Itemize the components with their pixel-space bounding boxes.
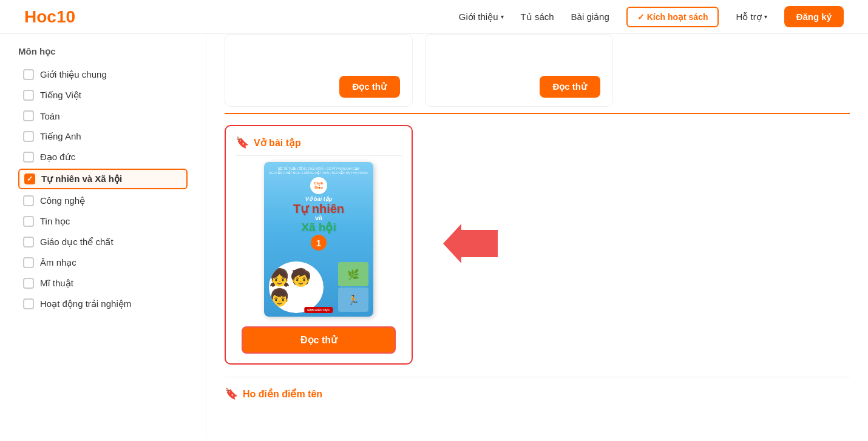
partial-read-button-2[interactable]: Đọc thử [540, 76, 601, 98]
checkbox-tieng-viet[interactable] [23, 90, 34, 101]
checkbox-tu-nhien[interactable] [24, 173, 35, 184]
sidebar: Môn học Giới thiệu chung Tiếng Việt Toán… [0, 34, 206, 439]
checkbox-gioi-thieu[interactable] [23, 69, 34, 80]
featured-book-card: 🔖 Vở bài tập BỘ TỦ TUẦN (TỔNG CHỦ BIÊN) … [225, 125, 413, 365]
book-title-line1: Tự nhiên [293, 203, 344, 215]
section-header-2: 🔖 Ho điền điểm tên [225, 377, 850, 400]
partial-read-button-1[interactable]: Đọc thử [339, 76, 401, 98]
book-scenes: 🌿 🏃 [338, 262, 368, 312]
checkbox-mi-thuat[interactable] [23, 278, 34, 289]
logo-highlight: 10 [56, 7, 75, 26]
nav-gioi-thieu[interactable]: Giới thiệu ▾ [459, 12, 504, 22]
checkbox-cong-nghe[interactable] [23, 195, 34, 206]
sidebar-item-cong-nghe[interactable]: Công nghệ [18, 192, 188, 210]
sidebar-item-tieng-anh[interactable]: Tiếng Anh [18, 127, 188, 146]
scene-1: 🌿 [338, 262, 368, 286]
nav-links: Giới thiệu ▾ Tủ sách Bài giảng ✓ Kích ho… [459, 6, 844, 27]
left-arrow-icon [443, 224, 498, 263]
vo-bai-tap-text: Vở bài tập [305, 196, 333, 202]
sidebar-item-tieng-viet[interactable]: Tiếng Việt [18, 86, 188, 104]
book-cover: BỘ TỦ TUẦN (TỔNG CHỦ BIÊN) • GS.PT PHAN … [264, 162, 373, 317]
checkbox-tin-hoc[interactable] [23, 216, 34, 227]
logo[interactable]: Hoc10 [24, 7, 75, 27]
bookmark-icon-2: 🔖 [225, 387, 238, 400]
main-layout: Môn học Giới thiệu chung Tiếng Việt Toán… [0, 34, 868, 439]
sidebar-item-hoat-dong-trai-nghiem[interactable]: Hoạt động trải nghiệm [18, 295, 188, 313]
nav-tu-sach[interactable]: Tủ sách [521, 12, 554, 22]
bookmark-icon: 🔖 [236, 136, 249, 149]
activate-book-button[interactable]: ✓ Kích hoạt sách [626, 7, 719, 27]
svg-marker-0 [443, 224, 498, 263]
book-author-text: BỘ TỦ TUẦN (TỔNG CHỦ BIÊN) • GS.PT PHAN … [269, 167, 368, 175]
character-circle: 👧🧒👦 [269, 261, 324, 313]
partial-card-1: Đọc thử [225, 34, 413, 107]
sidebar-item-am-nhac[interactable]: Âm nhạc [18, 254, 188, 272]
book-characters: 👧🧒👦 [269, 261, 324, 313]
checkbox-toan[interactable] [23, 110, 34, 121]
sidebar-item-toan[interactable]: Toán [18, 107, 188, 125]
navbar: Hoc10 Giới thiệu ▾ Tủ sách Bài giảng ✓ K… [0, 0, 868, 34]
chevron-down-icon: ▾ [501, 13, 504, 20]
featured-row: 🔖 Vở bài tập BỘ TỦ TUẦN (TỔNG CHỦ BIÊN) … [225, 125, 850, 365]
checkbox-hoat-dong[interactable] [23, 298, 34, 309]
nav-bai-giang[interactable]: Bài giảng [571, 12, 609, 22]
logo-text: Hoc [24, 7, 56, 26]
sidebar-section-title: Môn học [18, 46, 188, 57]
book-illustration: 👧🧒👦 🌿 🏃 [268, 252, 370, 313]
sidebar-item-dao-duc[interactable]: Đạo đức [18, 148, 188, 166]
arrow-indicator [443, 224, 498, 266]
series-logo: CánhDiều [310, 177, 327, 194]
sidebar-item-mi-thuat[interactable]: Mĩ thuật [18, 274, 188, 292]
content-area: Đọc thử Đọc thử 🔖 Vở bài tập [206, 34, 868, 439]
publisher-badge: NXB GIÁO DỤC [304, 307, 333, 313]
checkbox-am-nhac[interactable] [23, 257, 34, 268]
scene-2: 🏃 [338, 288, 368, 312]
book-title-line2: Xã hội [301, 221, 336, 233]
checkbox-dao-duc[interactable] [23, 152, 34, 163]
book-number-badge: 1 [311, 235, 327, 251]
sidebar-item-giao-duc-the-chat[interactable]: Giáo dục thể chất [18, 233, 188, 251]
sidebar-item-tin-hoc[interactable]: Tin học [18, 212, 188, 231]
chevron-down-icon-2: ▾ [764, 13, 767, 20]
checkbox-giao-duc[interactable] [23, 237, 34, 247]
register-button[interactable]: Đăng ký [784, 6, 844, 27]
orange-divider [225, 113, 850, 114]
card-category: 🔖 Vở bài tập [236, 136, 402, 156]
sidebar-item-tu-nhien-xa-hoi[interactable]: Tự nhiên và Xã hội [18, 169, 188, 189]
partial-card-2: Đọc thử [425, 34, 613, 107]
sidebar-item-gioi-thieu-chung[interactable]: Giới thiệu chung [18, 66, 188, 84]
doc-thu-button[interactable]: Đọc thử [242, 326, 396, 354]
checkbox-tieng-anh[interactable] [23, 131, 34, 142]
section-header-label: Ho điền điểm tên [243, 388, 322, 400]
top-partial-row: Đọc thử Đọc thử [225, 34, 850, 107]
nav-ho-tro[interactable]: Hỗ trợ ▾ [736, 12, 767, 22]
